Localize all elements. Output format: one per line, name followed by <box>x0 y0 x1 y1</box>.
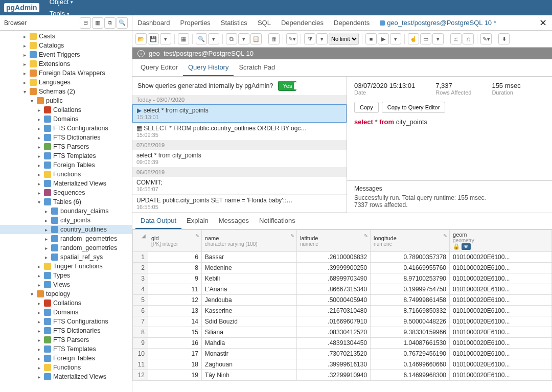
tree-node[interactable]: ▸FTS Dictionaries <box>0 326 132 335</box>
subtab-scratch-pad[interactable]: Scratch Pad <box>234 59 280 76</box>
search-icon[interactable]: 🔍 <box>117 17 128 29</box>
resulttab-messages[interactable]: Messages <box>214 213 254 229</box>
tree-node[interactable]: ▸Foreign Data Wrappers <box>0 68 132 78</box>
tab-sql-session[interactable]: geo_test/postgres@PostgreSQL 10 * <box>375 16 501 30</box>
play-icon[interactable]: ▶ <box>378 33 389 44</box>
tree-node[interactable]: ▸city_points <box>0 216 132 225</box>
tree-node[interactable]: ▾Schemas (2) <box>0 87 132 96</box>
tree-node[interactable]: ▸random_geometries <box>0 234 132 243</box>
table-row[interactable]: 39Kebili.689997034908.971002537900101000… <box>133 273 552 284</box>
tree-node[interactable]: ▸Extensions <box>0 59 132 68</box>
lock-icon[interactable]: ⊟ <box>80 17 91 29</box>
tree-node[interactable]: ▸Collations <box>0 298 132 308</box>
chevron-down-icon[interactable]: ▾ <box>316 33 328 44</box>
tree-node[interactable]: ▸FTS Parsers <box>0 142 132 151</box>
table-row[interactable]: 1219Tây Ninh.322999109406.14699968300010… <box>133 370 552 381</box>
grid-icon[interactable]: ▦ <box>92 17 103 29</box>
tree-node[interactable]: ▸Trigger Functions <box>0 262 132 271</box>
tree-node[interactable]: ▸Functions <box>0 170 132 179</box>
copy-icon[interactable]: ⧉ <box>226 33 237 44</box>
tab-dependents[interactable]: Dependents <box>329 16 375 30</box>
tab-dependencies[interactable]: Dependencies <box>276 16 329 30</box>
table-row[interactable]: 714Sdid Bouzid.016696079109.500004482260… <box>133 316 552 327</box>
subtab-query-history[interactable]: Query History <box>183 59 234 76</box>
chevron-down-icon[interactable]: ▾ <box>390 33 401 44</box>
table-row[interactable]: 1017Monastir.730702135200.76729456190010… <box>133 349 552 359</box>
object-tree[interactable]: ▸Casts▸Catalogs▸Event Triggers▸Extension… <box>0 31 132 392</box>
pencil-icon[interactable]: ✎▾ <box>286 33 297 44</box>
chevron-down-icon[interactable]: ▾ <box>432 33 444 44</box>
table-row[interactable]: 512Jendouba.500004059408.749998614580101… <box>133 295 552 306</box>
tree-node[interactable]: ▸Domains <box>0 114 132 124</box>
download-icon[interactable]: ⬇ <box>498 33 510 44</box>
search-icon[interactable]: 🔍 <box>196 33 207 44</box>
commit-icon[interactable]: ⎌ <box>450 33 462 44</box>
history-item[interactable]: select * from city_points09:06:39 <box>132 150 347 168</box>
filter-icon[interactable]: ⧉ <box>104 17 116 29</box>
history-item[interactable]: UPDATE public.city_points SET name = 'Fl… <box>132 195 347 213</box>
tree-node[interactable]: ▸Materialized Views <box>0 372 132 381</box>
tree-node[interactable]: ▸Collations <box>0 105 132 114</box>
tab-properties[interactable]: Properties <box>175 16 216 30</box>
rollback-icon[interactable]: ⎌ <box>463 33 474 44</box>
tree-node[interactable]: ▸Domains <box>0 308 132 317</box>
tree-node[interactable]: ▸Casts <box>0 32 132 41</box>
close-icon[interactable]: ✕ <box>534 17 552 29</box>
table-row[interactable]: 16Bassar.261000068320.789003573780101000… <box>133 252 552 263</box>
tree-node[interactable]: ▾public <box>0 96 132 105</box>
tab-dashboard[interactable]: Dashboard <box>132 16 175 30</box>
history-item[interactable]: ▦ SELECT * FROM public.country_outlines … <box>132 123 347 141</box>
copy-to-editor-button[interactable]: Copy to Query Editor <box>382 102 446 113</box>
tree-node[interactable]: ▸Views <box>0 280 132 289</box>
tree-node[interactable]: ▸Catalogs <box>0 41 132 50</box>
table-row[interactable]: 411L'Ariana.866673153400.199997547500101… <box>133 284 552 295</box>
limit-select[interactable]: No limit <box>329 33 359 45</box>
tab-statistics[interactable]: Statistics <box>216 16 252 30</box>
tree-node[interactable]: ▾topology <box>0 289 132 298</box>
tree-node[interactable]: ▸Languages <box>0 78 132 87</box>
tree-node[interactable]: ▸Types <box>0 271 132 280</box>
tree-node[interactable]: ▸Foreign Tables <box>0 160 132 170</box>
tree-node[interactable]: ▸FTS Configurations <box>0 317 132 326</box>
table-row[interactable]: 1118Zaghouan.399996161300.14699660660010… <box>133 359 552 370</box>
tab-sql[interactable]: SQL <box>252 16 276 30</box>
tree-node[interactable]: ▸FTS Templates <box>0 344 132 354</box>
tree-node[interactable]: ▸Materialized Views <box>0 179 132 188</box>
tree-node[interactable]: ▸FTS Templates <box>0 151 132 160</box>
table-row[interactable]: 916Mahdia.483913044501.04087661530010100… <box>133 338 552 349</box>
tree-node[interactable]: ▸Sequences <box>0 188 132 197</box>
edit-icon[interactable]: ▦ <box>178 33 189 44</box>
resulttab-data-output[interactable]: Data Output <box>135 213 181 229</box>
subtab-query-editor[interactable]: Query Editor <box>135 59 183 76</box>
macro-icon[interactable]: ✎▾ <box>480 33 492 44</box>
tree-node[interactable]: ▸FTS Parsers <box>0 335 132 344</box>
trash-icon[interactable]: 🗑 <box>268 33 280 44</box>
save-icon[interactable]: 💾 <box>148 33 159 44</box>
tree-node[interactable]: ▸boundary_claims <box>0 206 132 216</box>
filter-icon[interactable]: ⧩ <box>304 33 315 44</box>
chevron-down-icon[interactable]: ▾ <box>208 33 219 44</box>
copy-button[interactable]: Copy <box>354 102 379 113</box>
tree-node[interactable]: ▸random_geometries <box>0 243 132 252</box>
tree-node[interactable]: ▸spatial_ref_sys <box>0 252 132 262</box>
history-item[interactable]: COMMIT;16:55:07 <box>132 177 347 195</box>
tree-node[interactable]: ▸Foreign Tables <box>0 354 132 363</box>
table-row[interactable]: 815Siliana.083304125209.3833015996601010… <box>133 327 552 338</box>
table-row[interactable]: 28Medenine.399999002500.4166995576001010… <box>133 263 552 273</box>
chevron-down-icon[interactable]: ▾ <box>160 33 171 44</box>
tree-node[interactable]: ▸FTS Dictionaries <box>0 133 132 142</box>
data-grid[interactable]: ◢gid[PK] integer✎namecharacter varying (… <box>132 229 552 392</box>
chevron-down-icon[interactable]: ▾ <box>238 33 249 44</box>
resulttab-explain[interactable]: Explain <box>181 213 214 229</box>
open-icon[interactable]: 📂 <box>135 33 147 44</box>
table-row[interactable]: 613Kasserine.216703104808.71669850332010… <box>133 306 552 316</box>
explain-opts-icon[interactable]: ▭ <box>420 33 431 44</box>
menu-object[interactable]: Object ▾ <box>45 0 78 8</box>
resulttab-notifications[interactable]: Notifications <box>254 213 301 229</box>
history-item[interactable]: ▶select * from city_points15:13:01 <box>132 104 347 123</box>
explain-icon[interactable]: ☝ <box>408 33 419 44</box>
tree-node[interactable]: ▸Event Triggers <box>0 50 132 59</box>
stop-icon[interactable]: ■ <box>365 33 377 44</box>
internal-queries-toggle[interactable]: Yes <box>278 81 296 91</box>
paste-icon[interactable]: 📋 <box>250 33 262 44</box>
